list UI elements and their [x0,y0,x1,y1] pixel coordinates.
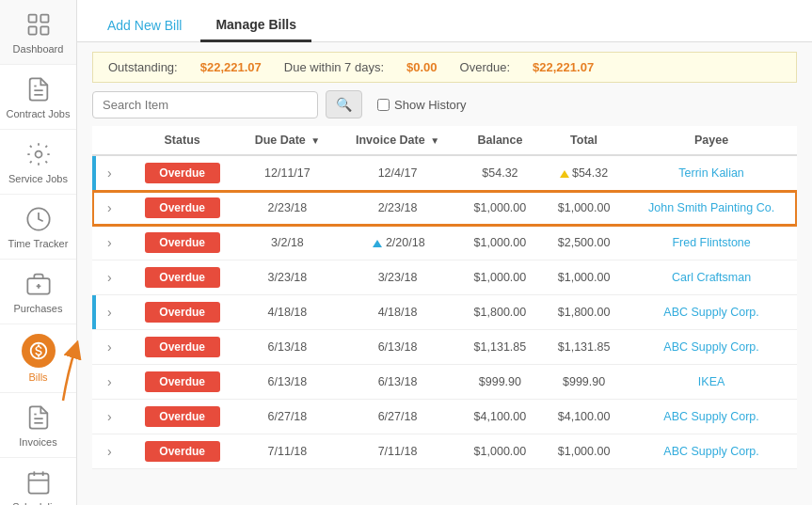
table-row: ›Overdue12/11/1712/4/17$54.32$54.32Terri… [92,155,797,191]
scheduling-icon [24,467,54,497]
sidebar-item-bills[interactable]: Bills [0,324,76,393]
balance-cell: $4,100.00 [458,400,542,434]
outstanding-value: $22,221.07 [200,60,262,74]
payee-cell[interactable]: IKEA [626,365,797,400]
payee-cell[interactable]: ABC Supply Corp. [626,400,797,434]
invoices-icon [24,402,54,433]
due-date-cell: 6/13/18 [238,330,338,365]
due-label: Due within 7 days: [284,60,384,74]
status-badge: Overdue [145,441,220,462]
expand-button[interactable]: › [102,444,118,459]
status-cell: Overdue [127,295,238,330]
sidebar-label-service-jobs: Service Jobs [8,173,68,184]
invoice-date-cell: 6/13/18 [337,365,458,400]
svg-rect-2 [28,26,36,34]
due-date-cell: 12/11/17 [238,155,338,191]
table-header-row: Status Due Date ▼ Invoice Date ▼ Balance… [92,126,797,155]
payee-cell[interactable]: Terrin Kalian [626,155,797,191]
row-expand-cell: › [92,155,127,191]
sidebar-item-dashboard[interactable]: Dashboard [0,0,76,65]
tab-add-new-bill[interactable]: Add New Bill [92,10,197,40]
total-cell: $1,131.85 [542,330,626,365]
invoice-date-cell: 3/23/18 [337,260,458,295]
payee-cell[interactable]: ABC Supply Corp. [626,434,797,469]
expand-button[interactable]: › [102,305,118,320]
sidebar-label-dashboard: Dashboard [13,43,64,55]
due-date-cell: 7/11/18 [238,434,338,469]
balance-cell: $1,800.00 [458,295,542,330]
col-due-date[interactable]: Due Date ▼ [238,126,338,155]
status-badge: Overdue [145,406,220,427]
search-input[interactable] [92,91,318,118]
col-status: Status [127,126,238,155]
sidebar-item-invoices[interactable]: Invoices [0,393,76,458]
total-cell: $1,000.00 [542,260,626,295]
total-cell: $4,100.00 [542,400,626,434]
payee-cell[interactable]: ABC Supply Corp. [626,330,797,365]
blue-triangle-indicator [373,240,382,247]
status-badge: Overdue [145,302,220,323]
row-expand-cell: › [92,226,127,260]
svg-point-6 [35,151,41,158]
bills-icon [22,334,56,368]
invoice-date-cell: 7/11/18 [337,434,458,469]
payee-cell[interactable]: ABC Supply Corp. [626,295,797,330]
purchases-icon [24,269,54,299]
balance-cell: $1,000.00 [458,226,542,260]
svg-rect-3 [40,26,48,34]
summary-bar: Outstanding: $22,221.07 Due within 7 day… [92,52,797,83]
table-row: ›Overdue6/13/186/13/18$1,131.85$1,131.85… [92,330,797,365]
status-cell: Overdue [127,260,238,295]
expand-button[interactable]: › [102,409,118,424]
svg-rect-1 [40,15,48,23]
search-button[interactable]: 🔍 [326,90,362,118]
payee-cell[interactable]: John Smith Painting Co. [626,191,797,226]
due-date-cell: 6/13/18 [238,365,338,400]
sidebar-item-time-tracker[interactable]: Time Tracker [0,195,76,260]
col-invoice-date[interactable]: Invoice Date ▼ [337,126,458,155]
sidebar-item-scheduling[interactable]: Scheduling [0,458,76,505]
svg-rect-14 [28,474,48,494]
row-expand-cell: › [92,365,127,400]
invoice-date-cell: 6/13/18 [337,330,458,365]
tab-manage-bills[interactable]: Manage Bills [200,9,311,42]
balance-cell: $999.90 [458,365,542,400]
overdue-value: $22,221.07 [533,60,594,74]
col-expand [92,126,127,155]
show-history-label[interactable]: Show History [377,98,467,112]
status-cell: Overdue [127,330,238,365]
total-cell: $1,000.00 [542,434,626,469]
bills-table-wrapper: Status Due Date ▼ Invoice Date ▼ Balance… [92,126,797,505]
invoice-date-cell: 6/27/18 [337,400,458,434]
status-badge: Overdue [145,267,220,288]
expand-button[interactable]: › [102,200,118,215]
expand-button[interactable]: › [102,235,118,250]
row-expand-cell: › [92,330,127,365]
balance-cell: $1,000.00 [458,191,542,226]
search-bar: 🔍 Show History [92,90,797,118]
status-cell: Overdue [127,400,238,434]
show-history-checkbox[interactable] [377,99,390,111]
row-expand-cell: › [92,295,127,330]
col-payee: Payee [626,126,797,155]
sidebar-item-contract-jobs[interactable]: Contract Jobs [0,65,76,130]
sidebar-item-purchases[interactable]: Purchases [0,260,76,324]
status-cell: Overdue [127,434,238,469]
expand-button[interactable]: › [102,339,118,355]
total-cell: $1,000.00 [542,191,626,226]
expand-button[interactable]: › [102,374,118,389]
table-row: ›Overdue6/27/186/27/18$4,100.00$4,100.00… [92,400,797,434]
sidebar-label-bills: Bills [28,371,47,383]
col-total: Total [542,126,626,155]
due-date-cell: 4/18/18 [238,295,338,330]
expand-button[interactable]: › [102,270,118,285]
expand-button[interactable]: › [102,166,118,181]
sidebar-item-service-jobs[interactable]: Service Jobs [0,130,76,195]
table-row: ›Overdue7/11/187/11/18$1,000.00$1,000.00… [92,434,797,469]
overdue-label: Overdue: [460,60,510,74]
payee-cell[interactable]: Carl Craftsman [626,260,797,295]
row-expand-cell: › [92,434,127,469]
payee-cell[interactable]: Fred Flintstone [626,226,797,260]
status-cell: Overdue [127,226,238,260]
due-date-sort-icon: ▼ [310,135,320,146]
